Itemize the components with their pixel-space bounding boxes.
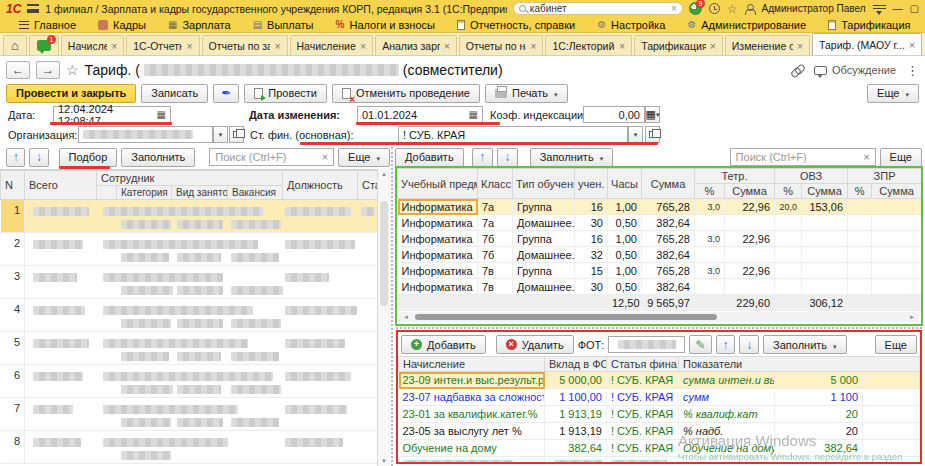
fot-field[interactable]: [608, 336, 685, 353]
organization-field[interactable]: [78, 126, 213, 143]
menu-nastroyka[interactable]: ⚙Настройка: [586, 17, 676, 32]
post-and-close-button[interactable]: Провести и закрыть: [6, 84, 136, 103]
employee-row[interactable]: 2: [1, 233, 378, 266]
organization-dropdown-button[interactable]: [213, 126, 228, 143]
minimize-icon[interactable]: —: [893, 4, 903, 14]
employees-search-input[interactable]: Поиск (Ctrl+F): [209, 148, 334, 166]
accrual-row-partial[interactable]: [399, 457, 921, 465]
move-up-button[interactable]: ↑: [6, 148, 25, 167]
sign-button[interactable]: ✒: [213, 84, 239, 103]
close-icon[interactable]: [360, 40, 366, 52]
scroll-thumb[interactable]: [380, 201, 388, 306]
horizontal-splitter[interactable]: [396, 327, 922, 329]
subjects-add-button[interactable]: Добавить: [395, 148, 464, 167]
indexation-field[interactable]: 0,00: [583, 106, 645, 123]
tab-nachislenie-zarplaty[interactable]: Начисление зар...: [290, 35, 374, 55]
forward-button[interactable]: →: [36, 61, 60, 79]
print-button[interactable]: Печать: [485, 84, 568, 103]
close-icon[interactable]: [274, 40, 280, 52]
employee-row[interactable]: 3: [1, 266, 378, 299]
discussion-button[interactable]: Обсуждение: [814, 64, 896, 76]
menu-administrirovanie[interactable]: ⚙Администрирование: [676, 17, 817, 32]
user-name[interactable]: Администратор Павел: [762, 3, 866, 14]
pick-button[interactable]: Подбор: [59, 148, 118, 167]
clear-search-icon[interactable]: [863, 151, 869, 163]
subjects-fill-button[interactable]: Заполнить: [530, 148, 614, 167]
tab-home[interactable]: [3, 35, 27, 55]
tab-notifications[interactable]: 1: [29, 35, 59, 55]
restore-icon[interactable]: ▢: [910, 4, 919, 14]
menu-vyplaty[interactable]: ▤Выплаты: [242, 17, 325, 32]
calculator-button[interactable]: ▦: [645, 106, 660, 123]
subject-row[interactable]: Информатика7аДомашнее... 300,50382,64: [398, 215, 922, 231]
scroll-down-icon[interactable]: ▼: [381, 458, 387, 464]
clear-search-icon[interactable]: [322, 151, 328, 163]
change-date-field[interactable]: 01.01.2024▦: [357, 106, 483, 123]
accrual-row[interactable]: 23-05 за выслугу лет % 1 913,19 ! СУБ. К…: [399, 423, 921, 440]
employees-more-button[interactable]: Еще: [338, 148, 390, 167]
accruals-fill-button[interactable]: Заполнить: [763, 335, 847, 354]
more-button[interactable]: Еще: [867, 84, 919, 103]
link-icon[interactable]: [791, 64, 804, 77]
service-menu-icon[interactable]: [873, 4, 886, 14]
subject-row[interactable]: Информатика7бДомашнее... 320,50382,64: [398, 247, 922, 263]
edit-fot-button[interactable]: ✎: [689, 335, 711, 354]
employee-row[interactable]: 6: [1, 365, 378, 398]
subjects-more-button[interactable]: Еще: [880, 148, 922, 167]
subjects-horizontal-scrollbar[interactable]: ◄ ►: [399, 312, 919, 322]
back-button[interactable]: ←: [6, 61, 30, 79]
tab-izmenenie-oplaty[interactable]: Изменение опла...: [725, 35, 810, 55]
subject-row[interactable]: Информатика7аГруппа 161,00765,28 3,022,9…: [398, 199, 922, 215]
subjects-move-up-button[interactable]: ↑: [472, 148, 493, 167]
organization-open-button[interactable]: [229, 126, 244, 143]
global-search-input[interactable]: кабинет ×: [513, 2, 683, 15]
scroll-up-icon[interactable]: ▲: [381, 171, 387, 177]
accrual-row[interactable]: 23-07 надбавка за сложность и н... 1 100…: [399, 389, 921, 406]
calendar-icon[interactable]: ▦: [157, 110, 166, 120]
subject-row[interactable]: Информатика7вДомашнее... 300,50382,64: [398, 279, 922, 295]
fin-dropdown-button[interactable]: [628, 126, 643, 143]
accruals-more-button[interactable]: Еще: [875, 335, 917, 354]
history-icon[interactable]: [709, 3, 720, 14]
subjects-search-input[interactable]: Поиск (Ctrl+F): [730, 148, 876, 166]
menu-zarplata[interactable]: ▦Зарплата: [157, 17, 242, 32]
user-icon[interactable]: [745, 4, 755, 14]
close-icon[interactable]: [909, 39, 915, 51]
tab-otchety-po-nalogam[interactable]: Отчеты по налог...: [459, 35, 544, 55]
employees-vertical-scrollbar[interactable]: ▲ ▼: [377, 169, 390, 466]
date-field[interactable]: 12.04.2024 12:08:47▦: [53, 106, 171, 123]
menu-nalogi[interactable]: %Налоги и взносы: [325, 17, 446, 32]
accrual-row[interactable]: 23-01 за квалифик.катег.% 1 913,19 ! СУБ…: [399, 406, 921, 423]
menu-glavnoe[interactable]: Главное: [8, 17, 87, 32]
employee-row[interactable]: 8: [1, 431, 378, 464]
accrual-row[interactable]: Обучение на дому 382,64 ! СУБ. КРАЯ Обуч…: [399, 440, 921, 457]
main-menu-icon[interactable]: [27, 4, 39, 13]
post-button[interactable]: Провести: [244, 84, 327, 103]
tab-tarifikaciya-sosh[interactable]: Тарификация СОШ: [634, 35, 723, 55]
accruals-delete-button[interactable]: Удалить: [496, 335, 574, 354]
scroll-right-icon[interactable]: ►: [905, 314, 919, 320]
tab-analiz-zarplat[interactable]: Анализ зарплат...: [375, 35, 457, 55]
calendar-icon[interactable]: ▦: [469, 110, 478, 120]
employee-row[interactable]: 5: [1, 332, 378, 365]
menu-tarifikaciya[interactable]: Тарификация: [817, 17, 921, 32]
tab-1c-otchetnost[interactable]: 1С-Отчетность: [126, 35, 199, 55]
favorites-icon[interactable]: ☆: [727, 3, 738, 15]
menu-kadry[interactable]: Кадры: [87, 17, 157, 32]
fin-field[interactable]: ! СУБ. КРАЯ: [398, 126, 628, 143]
accrual-row[interactable]: 23-09 интен.и выс.результ.работ... 5 000…: [399, 372, 921, 389]
accruals-add-button[interactable]: Добавить: [401, 335, 486, 354]
subject-row[interactable]: Информатика7бГруппа 161,00765,28 3,022,9…: [398, 231, 922, 247]
menu-otchetnost[interactable]: Отчетность, справки: [446, 17, 586, 32]
tab-lektoriy[interactable]: 1С:Лекторий-онл...: [545, 35, 632, 55]
tab-nachisleniya[interactable]: Начисления: [61, 35, 124, 55]
undo-post-button[interactable]: Отменить проведение: [332, 84, 480, 103]
scroll-thumb[interactable]: [415, 314, 717, 320]
fin-open-button[interactable]: [645, 126, 660, 143]
accruals-move-up-button[interactable]: ↑: [716, 335, 736, 354]
employee-row[interactable]: 7: [1, 398, 378, 431]
favorite-star-icon[interactable]: ☆: [66, 63, 79, 77]
accruals-move-down-button[interactable]: ↓: [739, 335, 759, 354]
move-down-button[interactable]: ↓: [29, 148, 48, 167]
menu-statistika[interactable]: Статистика: [922, 17, 925, 32]
